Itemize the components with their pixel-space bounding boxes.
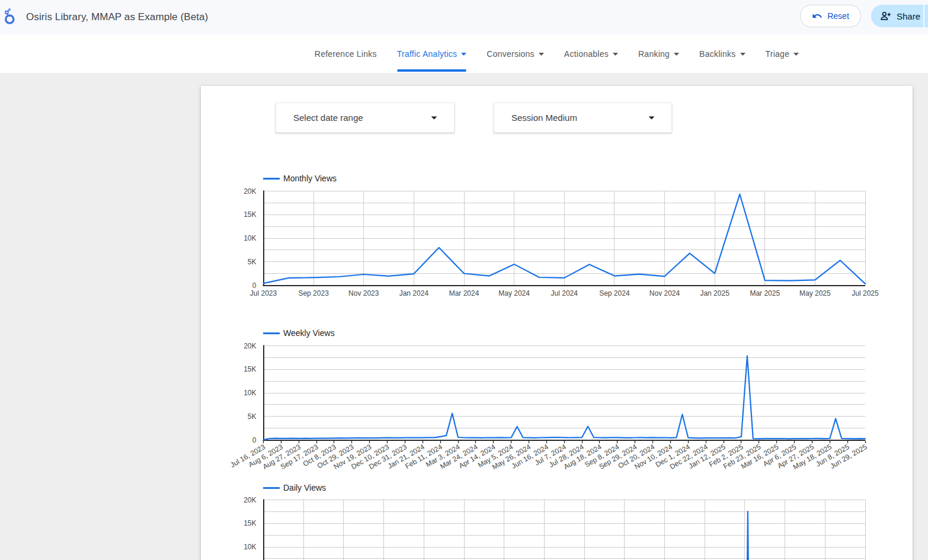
share-button[interactable]: Share	[871, 5, 928, 27]
tab-traffic-analytics[interactable]: Traffic Analytics	[397, 34, 467, 73]
y-axis-tick-label: 15K	[244, 365, 256, 373]
daily-views-chart[interactable]: 05K10K15K20K	[244, 496, 865, 560]
x-axis-tick-label: Jul 2024	[551, 289, 578, 297]
share-label: Share	[897, 11, 920, 21]
legend-line-swatch	[263, 178, 280, 180]
y-axis-tick-label: 10K	[244, 389, 256, 397]
chevron-down-icon	[539, 53, 544, 56]
y-axis-tick-label: 10K	[244, 543, 256, 551]
tab-label: Ranking	[638, 49, 670, 59]
legend-label: Monthly Views	[283, 174, 337, 183]
chevron-down-icon	[613, 53, 618, 56]
tab-triage[interactable]: Triage	[766, 34, 799, 73]
tab-label: Conversions	[487, 49, 535, 59]
x-axis-tick-label: Nov 2024	[649, 289, 680, 297]
legend-label: Daily Views	[283, 483, 326, 492]
person-add-icon	[881, 11, 891, 21]
reset-button[interactable]: Reset	[800, 5, 861, 27]
tab-backlinks[interactable]: Backlinks	[699, 34, 745, 73]
x-axis-tick-label: Nov 2023	[348, 289, 379, 297]
report-title: Osiris Library, MMAP as Example (Beta)	[26, 0, 208, 34]
tab-label: Backlinks	[699, 49, 735, 59]
legend-line-swatch	[263, 487, 280, 489]
tab-actionables[interactable]: Actionables	[564, 34, 618, 73]
x-axis-tick-label: Sep 2024	[599, 289, 630, 297]
y-axis-tick-label: 5K	[248, 258, 257, 266]
chevron-down-icon	[674, 53, 679, 56]
tab-label: Reference Links	[315, 49, 377, 59]
tab-label: Actionables	[564, 49, 609, 59]
chevron-down-icon	[740, 53, 745, 56]
x-axis-tick-label: Sep 2023	[298, 289, 329, 297]
tab-label: Triage	[766, 49, 790, 59]
x-axis-tick-label: Jul 2025	[852, 289, 879, 297]
undo-icon	[812, 11, 823, 21]
weekly-views-chart[interactable]: 05K10K15K20KJul 16, 2023Aug 6, 2023Aug 2…	[229, 342, 868, 472]
series-line	[264, 356, 866, 440]
y-axis-tick-label: 10K	[244, 234, 256, 242]
x-axis-tick-label: Jan 2025	[700, 289, 729, 297]
weekly-views-legend: Weekly Views	[263, 327, 335, 339]
y-axis-tick-label: 20K	[244, 187, 256, 196]
share-split-divider	[923, 5, 924, 27]
app-header: Osiris Library, MMAP as Example (Beta) R…	[0, 0, 928, 34]
tab-ranking[interactable]: Ranking	[638, 34, 679, 73]
y-axis-tick-label: 15K	[244, 519, 256, 527]
y-axis-tick-label: 20K	[244, 496, 256, 504]
daily-views-legend: Daily Views	[263, 482, 326, 494]
report-page: Select date range Session Medium 05K10K1…	[201, 86, 913, 560]
monthly-views-legend: Monthly Views	[263, 172, 337, 184]
y-axis-tick-label: 0	[252, 436, 257, 444]
nav-bar: Reference LinksTraffic AnalyticsConversi…	[0, 34, 928, 73]
chevron-down-icon	[793, 53, 799, 56]
x-axis-tick-label: Mar 2025	[750, 289, 780, 297]
x-axis-tick-label: Mar 2024	[449, 289, 479, 297]
x-axis-tick-label: Jul 2023	[250, 289, 277, 297]
looker-studio-logo[interactable]	[4, 5, 23, 26]
legend-label: Weekly Views	[283, 328, 335, 338]
chevron-down-icon	[461, 53, 466, 56]
reset-label: Reset	[827, 11, 849, 21]
x-axis-tick-label: May 2025	[799, 289, 831, 297]
y-axis-tick-label: 0	[252, 281, 257, 290]
x-axis-tick-label: Jan 2024	[399, 289, 429, 297]
tab-label: Traffic Analytics	[397, 49, 457, 59]
y-axis-tick-label: 15K	[244, 210, 256, 219]
active-tab-underline	[397, 69, 467, 72]
tab-conversions[interactable]: Conversions	[487, 34, 544, 73]
y-axis-tick-label: 20K	[244, 342, 256, 350]
tab-reference-links[interactable]: Reference Links	[315, 34, 377, 73]
y-axis-tick-label: 5K	[248, 412, 257, 421]
monthly-views-chart[interactable]: 05K10K15K20KJul 2023Sep 2023Nov 2023Jan …	[244, 187, 879, 297]
x-axis-tick-label: May 2024	[498, 289, 530, 297]
legend-line-swatch	[263, 332, 280, 334]
